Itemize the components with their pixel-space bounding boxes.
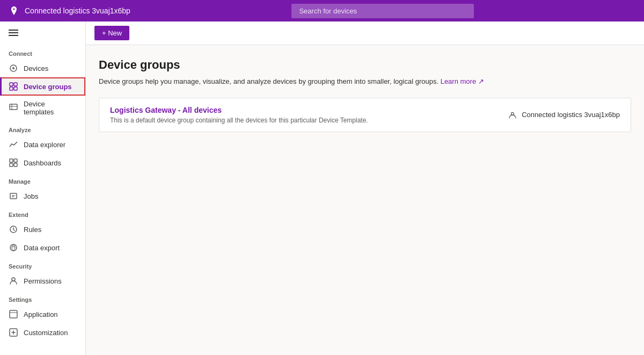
device-group-info: Logistics Gateway - All devices This is … [110,106,368,124]
app-instance-icon [509,110,518,119]
sidebar-item-permissions[interactable]: Permissions [0,272,85,290]
section-settings: Settings [0,290,85,305]
groups-icon [9,82,18,91]
permissions-icon [9,276,18,286]
location-icon [9,5,19,16]
device-group-app-name: Connected logistics 3vuaj1x6bp [522,111,620,119]
svg-rect-15 [14,163,17,166]
page-content: Device groups Device groups help you man… [86,45,644,145]
sidebar-item-customization[interactable]: Customization [0,323,85,342]
sidebar-item-jobs[interactable]: Jobs [0,187,85,205]
app-brand: Connected logistics 3vuaj1x6bp [9,5,130,16]
template-icon [9,103,18,113]
svg-point-20 [10,244,17,251]
search-input[interactable] [291,4,474,18]
sidebar-item-rules[interactable]: Rules [0,220,85,238]
sidebar-label-jobs: Jobs [24,192,38,200]
page-description: Device groups help you manage, visualize… [99,76,631,87]
jobs-icon [9,191,18,201]
svg-rect-14 [10,163,13,166]
svg-rect-7 [10,87,13,90]
sidebar-item-application[interactable]: Application [0,305,85,323]
top-header: Connected logistics 3vuaj1x6bp [0,0,644,21]
svg-rect-16 [10,193,17,199]
content-area: + New Device groups Device groups help y… [86,21,644,355]
chart-icon [9,140,18,149]
device-group-app: Connected logistics 3vuaj1x6bp [509,110,620,119]
svg-point-21 [12,245,15,250]
sidebar-item-data-export[interactable]: Data export [0,238,85,257]
svg-rect-8 [14,87,17,90]
main-layout: Connect Devices Device groups [0,21,644,355]
svg-rect-6 [14,83,17,86]
section-extend: Extend [0,205,85,220]
external-link-icon: ↗ [478,77,484,85]
sidebar-item-device-groups[interactable]: Device groups [0,77,85,96]
page-title: Device groups [99,58,631,72]
section-manage: Manage [0,172,85,187]
svg-rect-13 [14,159,17,162]
sidebar-label-application: Application [24,310,58,318]
sidebar-label-device-templates: Device templates [24,100,77,116]
sidebar-label-dashboards: Dashboards [24,159,61,167]
sidebar-item-dashboards[interactable]: Dashboards [0,154,85,172]
sidebar-label-permissions: Permissions [24,277,62,285]
sidebar-label-data-explorer: Data explorer [24,141,65,149]
sidebar-label-customization: Customization [24,329,68,337]
svg-rect-12 [10,159,13,162]
new-button[interactable]: + New [94,26,129,40]
sidebar-label-devices: Devices [24,64,48,73]
sidebar: Connect Devices Device groups [0,21,86,355]
device-group-card: Logistics Gateway - All devices This is … [99,98,631,132]
device-group-description: This is a default device group containin… [110,117,368,124]
section-analyze: Analyze [0,120,85,135]
application-icon [9,309,18,319]
svg-rect-2 [9,35,18,36]
search-bar[interactable] [291,4,474,18]
dashboard-icon [9,158,18,168]
customization-icon [9,328,18,337]
svg-point-4 [12,67,14,69]
sidebar-item-data-explorer[interactable]: Data explorer [0,135,85,154]
hamburger-button[interactable] [0,21,85,44]
svg-rect-9 [10,104,17,110]
svg-point-22 [12,278,15,281]
app-title: Connected logistics 3vuaj1x6bp [25,6,130,15]
device-icon [9,63,18,73]
sidebar-item-devices[interactable]: Devices [0,59,85,77]
svg-rect-5 [10,83,13,86]
sidebar-label-data-export: Data export [24,244,60,252]
rules-icon [9,224,18,234]
device-group-name-link[interactable]: Logistics Gateway - All devices [110,106,368,114]
sidebar-label-device-groups: Device groups [24,83,72,91]
svg-rect-0 [9,30,18,31]
svg-rect-1 [9,32,18,33]
section-security: Security [0,257,85,272]
sidebar-label-rules: Rules [24,226,41,234]
toolbar: + New [86,21,644,45]
export-icon [9,243,18,252]
sidebar-item-device-templates[interactable]: Device templates [0,96,85,120]
learn-more-link[interactable]: Learn more ↗ [441,77,484,85]
svg-rect-23 [10,310,17,318]
section-connect: Connect [0,44,85,59]
